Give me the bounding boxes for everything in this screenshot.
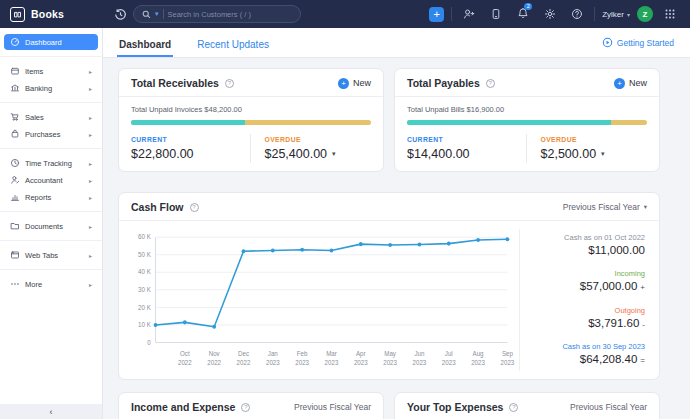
payables-current: CURRENT $14,400.00 bbox=[395, 134, 526, 163]
sidebar-item-more[interactable]: More▸ bbox=[4, 276, 98, 292]
sidebar-item-banking[interactable]: Banking▸ bbox=[4, 80, 98, 96]
browser-icon bbox=[10, 250, 20, 260]
books-logo-icon bbox=[10, 7, 25, 22]
info-icon[interactable]: ? bbox=[225, 79, 234, 88]
total-receivables-card: Total Receivables ? + New Total Unpaid I… bbox=[118, 68, 384, 172]
sidebar-item-purchases[interactable]: Purchases▸ bbox=[4, 126, 98, 142]
org-caret-icon: ▾ bbox=[627, 11, 630, 18]
tab-recent-updates[interactable]: Recent Updates bbox=[195, 33, 271, 57]
sidebar-item-label: Web Tabs bbox=[25, 251, 58, 260]
top-expenses-period[interactable]: Previous Fiscal Year bbox=[570, 402, 647, 412]
topbar-actions: + 2 Zylker ▾ Z bbox=[429, 4, 680, 24]
new-label: New bbox=[629, 78, 647, 88]
top-expenses-card: Your Top Expenses ? Previous Fiscal Year bbox=[394, 392, 660, 419]
stat-operator: + bbox=[640, 283, 645, 292]
chevron-right-icon: ▸ bbox=[89, 252, 94, 259]
referrals-icon[interactable] bbox=[459, 4, 479, 24]
cashflow-stat: Incoming$57,000.00+ bbox=[534, 269, 645, 292]
box-icon bbox=[10, 66, 20, 76]
overdue-dropdown-icon[interactable]: ▾ bbox=[332, 150, 336, 158]
bottom-cards-row: Income and Expense ? Previous Fiscal Yea… bbox=[118, 392, 660, 419]
org-switcher[interactable]: Zylker ▾ bbox=[602, 10, 630, 19]
period-caret-icon: ▾ bbox=[644, 203, 647, 211]
svg-text:Sep2023: Sep2023 bbox=[501, 350, 515, 366]
svg-text:10 K: 10 K bbox=[138, 321, 151, 328]
cash-flow-title: Cash Flow bbox=[131, 201, 184, 213]
sidebar-item-label: Documents bbox=[25, 222, 63, 231]
overdue-label: OVERDUE bbox=[265, 136, 372, 143]
receivables-progress-bar bbox=[131, 120, 371, 125]
svg-text:Jan2023: Jan2023 bbox=[266, 350, 280, 366]
info-icon[interactable]: ? bbox=[509, 403, 518, 412]
svg-text:0: 0 bbox=[147, 339, 151, 346]
income-expense-period[interactable]: Previous Fiscal Year bbox=[294, 402, 371, 412]
topbar-divider bbox=[451, 7, 452, 21]
help-icon[interactable] bbox=[567, 4, 587, 24]
search-scope-caret-icon[interactable]: ▾ bbox=[155, 10, 159, 18]
cashflow-chart: 010 K20 K30 K40 K50 K60 KOct2022Nov2022D… bbox=[119, 221, 519, 379]
overdue-label: OVERDUE bbox=[541, 136, 648, 143]
stat-value: $3,791.60- bbox=[534, 317, 645, 329]
stat-label: Cash as on 30 Sep 2023 bbox=[534, 342, 645, 351]
sidebar-item-time-tracking[interactable]: Time Tracking▸ bbox=[4, 155, 98, 171]
sidebar-item-sales[interactable]: Sales▸ bbox=[4, 109, 98, 125]
stat-value: $64,208.40= bbox=[534, 353, 645, 365]
gauge-icon bbox=[10, 37, 20, 47]
receivables-title: Total Receivables bbox=[131, 77, 219, 89]
sidebar-divider bbox=[0, 269, 102, 270]
svg-text:Mar2023: Mar2023 bbox=[325, 350, 339, 366]
receivables-overdue: OVERDUE $25,400.00 ▾ bbox=[250, 134, 384, 163]
recent-history-icon[interactable] bbox=[110, 4, 131, 24]
org-name: Zylker bbox=[602, 10, 624, 19]
tab-dashboard[interactable]: Dashboard bbox=[117, 33, 173, 57]
income-expense-card: Income and Expense ? Previous Fiscal Yea… bbox=[118, 392, 384, 419]
sidebar-item-web-tabs[interactable]: Web Tabs▸ bbox=[4, 247, 98, 263]
sidebar-item-label: Dashboard bbox=[25, 38, 62, 47]
app-logo[interactable]: Books bbox=[10, 7, 110, 22]
sidebar-item-documents[interactable]: Documents▸ bbox=[4, 218, 98, 234]
zoho-books-app: Books ▾ + 2 Zylker ▾ Z bbox=[0, 0, 690, 419]
settings-icon[interactable] bbox=[540, 4, 560, 24]
cart-icon bbox=[10, 112, 20, 122]
period-label: Previous Fiscal Year bbox=[570, 402, 647, 412]
apps-grid-icon[interactable] bbox=[660, 4, 680, 24]
info-icon[interactable]: ? bbox=[486, 79, 495, 88]
avatar[interactable]: Z bbox=[637, 6, 653, 22]
overdue-dropdown-icon[interactable]: ▾ bbox=[601, 150, 605, 158]
svg-text:Dec2022: Dec2022 bbox=[237, 350, 251, 366]
sidebar-divider bbox=[0, 240, 102, 241]
bank-icon bbox=[10, 83, 20, 93]
svg-text:Jul2023: Jul2023 bbox=[442, 350, 456, 366]
sidebar-divider bbox=[0, 148, 102, 149]
sidebar-item-dashboard[interactable]: Dashboard bbox=[4, 34, 98, 50]
receivables-current: CURRENT $22,800.00 bbox=[119, 134, 250, 163]
info-icon[interactable]: ? bbox=[190, 203, 199, 212]
sidebar-item-accountant[interactable]: Accountant▸ bbox=[4, 172, 98, 188]
new-receivable-button[interactable]: + New bbox=[338, 78, 371, 89]
search-box[interactable]: ▾ bbox=[133, 5, 301, 23]
top-expenses-title: Your Top Expenses bbox=[407, 401, 503, 413]
cashflow-stat: Cash as on 01 Oct 2022$11,000.00 bbox=[534, 233, 645, 256]
cash-flow-period-select[interactable]: Previous Fiscal Year ▾ bbox=[563, 202, 647, 212]
svg-text:Aug2023: Aug2023 bbox=[471, 350, 485, 366]
payables-summary: Total Unpaid Bills $16,900.00 bbox=[395, 97, 659, 120]
svg-text:Jun2023: Jun2023 bbox=[413, 350, 427, 366]
new-label: New bbox=[353, 78, 371, 88]
total-payables-card: Total Payables ? + New Total Unpaid Bill… bbox=[394, 68, 660, 172]
current-amount: $22,800.00 bbox=[131, 147, 238, 161]
person-icon bbox=[10, 175, 20, 185]
stat-label: Cash as on 01 Oct 2022 bbox=[534, 233, 645, 242]
sidebar: DashboardItems▸Banking▸Sales▸Purchases▸T… bbox=[0, 28, 103, 419]
mobile-icon[interactable] bbox=[486, 4, 506, 24]
receivables-summary: Total Unpaid Invoices $48,200.00 bbox=[119, 97, 383, 120]
quick-create-button[interactable]: + bbox=[429, 7, 444, 22]
sidebar-item-reports[interactable]: Reports▸ bbox=[4, 189, 98, 205]
info-icon[interactable]: ? bbox=[241, 403, 250, 412]
collapse-sidebar-button[interactable]: ‹ bbox=[0, 404, 102, 419]
new-payable-button[interactable]: + New bbox=[614, 78, 647, 89]
getting-started-link[interactable]: Getting Started bbox=[602, 37, 674, 57]
search-input[interactable] bbox=[168, 10, 268, 19]
notifications-icon[interactable]: 2 bbox=[513, 4, 533, 24]
sidebar-item-items[interactable]: Items▸ bbox=[4, 63, 98, 79]
svg-text:Oct2022: Oct2022 bbox=[178, 350, 192, 366]
